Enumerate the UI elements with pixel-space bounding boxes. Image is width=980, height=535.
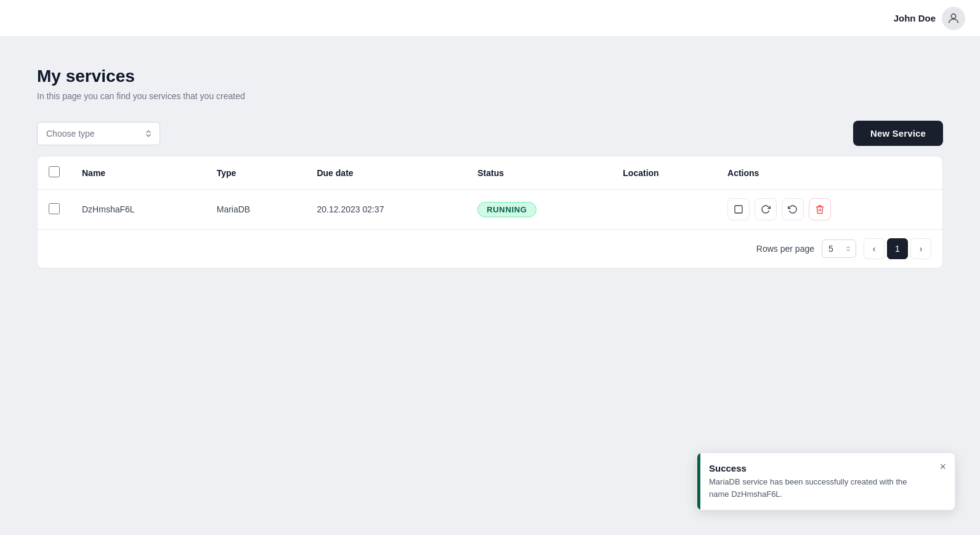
toast-close-button[interactable]: × [931,453,955,481]
row-name: DzHmshaF6L [71,190,206,230]
page-1-button[interactable]: 1 [887,238,908,259]
toast-content: Success MariaDB service has been success… [700,453,931,510]
new-service-button[interactable]: New Service [853,121,943,146]
restart-icon [788,204,798,214]
main-content: My services In this page you can find yo… [0,37,980,293]
actions-cell [727,198,931,220]
pagination-cell: Rows per page 5 10 25 50 ‹ [38,230,942,268]
type-filter-select[interactable]: Choose type MariaDB PostgreSQL MySQL Red… [37,122,160,145]
delete-icon [815,204,825,214]
page-1-label: 1 [895,244,900,254]
next-page-button[interactable]: › [910,238,931,259]
col-due-date: Due date [306,156,466,190]
status-badge: RUNNING [477,202,536,217]
rows-per-page-select[interactable]: 5 10 25 50 [822,239,856,258]
row-actions [716,190,942,230]
services-table-container: Name Type Due date Status Location Actio… [37,156,943,268]
row-type: MariaDB [206,190,306,230]
page-title: My services [37,66,943,86]
table-header-row: Name Type Due date Status Location Actio… [38,156,942,190]
pagination-row: Rows per page 5 10 25 50 ‹ [38,230,942,268]
restart-button[interactable] [782,198,804,220]
view-icon [734,204,743,214]
rows-per-page-label: Rows per page [756,244,814,254]
pagination-container: Rows per page 5 10 25 50 ‹ [49,238,931,259]
next-icon: › [920,244,923,254]
svg-rect-1 [735,206,742,213]
toolbar: Choose type MariaDB PostgreSQL MySQL Red… [37,121,943,146]
toast-message: MariaDB service has been successfully cr… [709,476,921,500]
page-subtitle: In this page you can find you services t… [37,91,943,101]
username: John Doe [894,13,936,23]
avatar[interactable] [942,7,965,30]
col-type: Type [206,156,306,190]
col-name: Name [71,156,206,190]
prev-page-button[interactable]: ‹ [864,238,885,259]
services-table: Name Type Due date Status Location Actio… [38,156,942,268]
col-checkbox [38,156,71,190]
row-status: RUNNING [466,190,612,230]
select-all-checkbox[interactable] [49,166,60,177]
page-nav: ‹ 1 › [864,238,931,259]
col-actions: Actions [716,156,942,190]
row-checkbox[interactable] [49,203,60,214]
delete-button[interactable] [809,198,831,220]
col-location: Location [612,156,716,190]
row-due-date: 20.12.2023 02:37 [306,190,466,230]
header: John Doe [0,0,980,37]
refresh-button[interactable] [755,198,777,220]
col-status: Status [466,156,612,190]
refresh-icon [761,204,771,214]
row-checkbox-cell [38,190,71,230]
table-row: DzHmshaF6L MariaDB 20.12.2023 02:37 RUNN… [38,190,942,230]
svg-point-0 [951,14,955,18]
prev-icon: ‹ [873,244,876,254]
row-location [612,190,716,230]
view-button[interactable] [727,198,750,220]
toast-notification: Success MariaDB service has been success… [697,453,955,510]
user-info: John Doe [894,7,965,30]
toast-title: Success [709,463,921,473]
